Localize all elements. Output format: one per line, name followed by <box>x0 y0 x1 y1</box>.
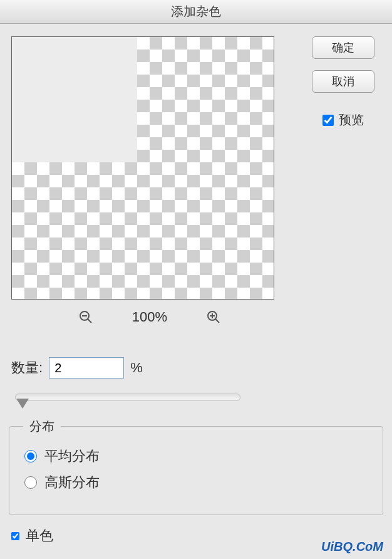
dialog-titlebar: 添加杂色 <box>0 0 392 24</box>
amount-input[interactable] <box>49 357 124 379</box>
amount-unit: % <box>130 360 143 376</box>
zoom-level: 100% <box>132 309 167 325</box>
gaussian-radio-row[interactable]: 高斯分布 <box>24 473 368 492</box>
zoom-in-icon[interactable] <box>205 308 222 326</box>
ok-button[interactable]: 确定 <box>312 36 374 59</box>
slider-thumb[interactable] <box>16 399 29 409</box>
gaussian-radio[interactable] <box>24 476 37 489</box>
left-panel: 100% <box>11 36 288 326</box>
svg-line-1 <box>88 319 91 323</box>
uniform-radio[interactable] <box>24 450 37 462</box>
uniform-label: 平均分布 <box>44 447 100 466</box>
preview-label: 预览 <box>339 112 364 128</box>
distribution-fieldset: 分布 平均分布 高斯分布 <box>9 426 383 515</box>
distribution-legend: 分布 <box>23 418 61 435</box>
amount-label: 数量: <box>11 358 43 377</box>
svg-line-4 <box>215 319 219 323</box>
monochrome-label: 单色 <box>26 526 53 545</box>
amount-row: 数量: % <box>0 357 392 379</box>
monochrome-checkbox[interactable] <box>11 532 19 540</box>
zoom-controls: 100% <box>11 308 288 326</box>
gaussian-label: 高斯分布 <box>44 473 100 492</box>
dialog-content: 100% 确定 取消 预览 <box>0 24 392 326</box>
preview-checkbox[interactable] <box>322 115 334 126</box>
preview-image[interactable] <box>11 36 274 300</box>
noise-region <box>12 37 137 162</box>
watermark-text: UiBQ.CoM <box>321 540 383 554</box>
preview-checkbox-row[interactable]: 预览 <box>322 112 364 128</box>
dialog-title: 添加杂色 <box>171 3 221 20</box>
uniform-radio-row[interactable]: 平均分布 <box>24 447 368 466</box>
slider-track <box>15 394 240 401</box>
amount-slider[interactable] <box>15 390 240 409</box>
cancel-button[interactable]: 取消 <box>312 70 374 93</box>
right-panel: 确定 取消 预览 <box>306 36 381 326</box>
zoom-out-icon[interactable] <box>77 308 95 326</box>
